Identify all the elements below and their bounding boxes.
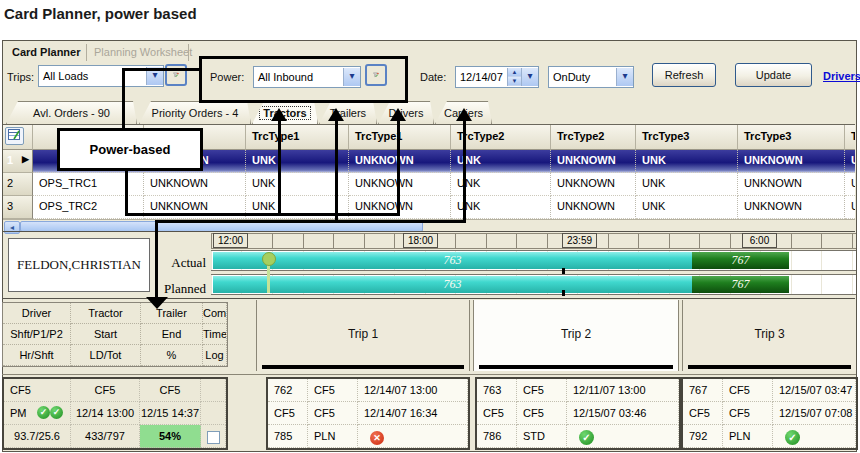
grid-col-header[interactable]: TrcType2 [451,125,551,150]
date-value: 12/14/07 [456,71,507,83]
trip-cell: 763 [477,379,517,402]
drivers-link[interactable]: Drivers [823,70,860,82]
tab-planning-worksheet[interactable]: Planning Worksheet [94,46,192,58]
driver-card-cell: 433/797 [71,425,140,448]
trip2-card[interactable]: 763 CF5 12/11/07 13:00 CF5 CF5 12/15/07 … [475,377,681,450]
grid-cell[interactable]: UNKNOWN [845,173,855,196]
grid-cell[interactable]: UNKNOWN [144,173,246,196]
scroll-left-icon[interactable]: ◂ [4,221,20,234]
duty-combobox[interactable]: OnDuty [548,66,634,88]
table-row[interactable]: 2 OPS_TRC1 UNKNOWN UNK UNKNOWN UNK UNKNO… [3,173,855,196]
grid-cell[interactable]: UNK [636,150,738,173]
gantt-bar-planned-next-trip[interactable]: 767 [692,276,789,293]
row-header[interactable]: 2 [3,173,33,196]
grid-cell[interactable]: UNKNOWN [845,150,855,173]
trip-cell: CF5 [517,379,567,402]
grid-cell[interactable]: UNK [451,150,551,173]
trip1-card[interactable]: 762 CF5 12/14/07 13:00 CF5 CF5 12/14/07 … [266,377,470,450]
section-divider [3,298,855,299]
grid-cell[interactable]: UNKNOWN [551,150,636,173]
chevron-down-icon[interactable] [616,68,633,86]
trip-cell: 12/11/07 13:00 [567,379,679,402]
gantt-bar-actual-trip[interactable]: 763 [213,252,692,269]
driver-name: FELDON,CHRISTIAN [17,257,141,273]
annotation-connector [122,68,199,71]
spin-up-icon[interactable]: ▲ [508,68,521,77]
trip-cell: 12/15/07 07:08 [773,402,856,425]
trip3-card[interactable]: 767 CF5 12/15/07 03:47 CF5 CF5 12/15/07 … [681,377,858,450]
update-button[interactable]: Update [735,63,812,87]
trips-combobox-value: All Loads [39,70,146,82]
trip-title: Trip 3 [683,327,856,341]
arrow-up-icon [456,108,472,121]
trip-underline [479,365,673,369]
grid-cell[interactable]: UNKNOWN [551,173,636,196]
log-checkbox[interactable] [207,431,220,444]
trip-cell: CF5 [723,379,773,402]
trip3-header[interactable]: Trip 3 [682,300,856,371]
grid-cell[interactable]: UNK [246,173,349,196]
trip-cell: 767 [683,379,723,402]
check-circle-icon [50,406,63,419]
annotation-label-box: Power-based [57,128,203,171]
trip-underline [262,365,464,369]
annotation-connector [397,120,400,216]
spin-down-icon[interactable]: ▼ [508,77,521,86]
trip-title: Trip 1 [257,327,469,341]
grid-col-header[interactable]: TrcType3 [636,125,738,150]
grid-cell[interactable]: UNKNOWN [738,173,845,196]
trip-cell: CF5 [683,402,723,425]
date-spinner[interactable]: 12/14/07 ▲ ▼ [455,66,539,88]
grid-cell[interactable]: UNKNOWN [845,196,855,219]
trip-status-cell [773,425,856,448]
driver-card[interactable]: CF5 CF5 CF5 PM 12/14 13:00 12/15 14:37 9… [2,377,228,450]
row-number: 1 [7,154,13,172]
chevron-down-icon[interactable] [521,68,538,86]
annotation-label: Power-based [90,142,171,157]
refresh-button[interactable]: Refresh [652,63,716,87]
grid-col-header[interactable]: TrcType1 [349,125,451,150]
trip-cell: 762 [268,379,308,402]
driver-card-cell: CF5 [4,379,71,402]
trip1-header[interactable]: Trip 1 [256,300,470,371]
tab-card-planner[interactable]: Card Planner [12,46,80,58]
annotation-connector [335,120,338,223]
tab-priority-orders[interactable]: Priority Orders - 4 [139,101,251,124]
gantt-bar-planned-trip[interactable]: 763 [213,276,692,293]
section-divider [2,374,856,375]
trip2-header[interactable]: Trip 2 [473,300,679,371]
grid-cell[interactable]: UNK [636,196,738,219]
trip-cell: 792 [683,425,723,448]
grid-col-header[interactable]: TrcType2 [551,125,636,150]
grid-cell[interactable]: UNK [451,173,551,196]
trip-status-cell [358,425,468,448]
tab-avl-orders[interactable]: Avl. Orders - 90 [6,101,137,124]
section-divider [3,231,855,232]
grid-cell[interactable]: UNKNOWN [738,196,845,219]
date-label: Date: [420,71,446,83]
driver-card-cell: 12/14 13:00 [71,402,140,425]
date-spin-buttons[interactable]: ▲ ▼ [507,68,521,86]
driver-card-cell [201,402,226,425]
trip-cell: CF5 [723,402,773,425]
grid-col-header[interactable]: TrcType3 [738,125,845,150]
grid-cell[interactable]: UNKNOWN [349,150,451,173]
grid-cell[interactable]: UNKNOWN [738,150,845,173]
grid-cell[interactable]: UNKNOWN [349,173,451,196]
gantt-bar-actual-next-trip[interactable]: 767 [692,252,789,269]
trip-cell: CF5 [477,402,517,425]
row-header[interactable]: 1▶ [3,150,33,173]
row-header[interactable]: 3 [3,196,33,219]
row-number: 3 [7,200,13,218]
grid-cell[interactable]: UNK [246,150,349,173]
time-pin-icon[interactable] [262,252,276,266]
grid-cell[interactable]: UNK [451,196,551,219]
x-circle-icon [370,431,384,445]
layout-grid-icon[interactable] [5,127,24,145]
grid-col-header[interactable]: TrcType1 [246,125,349,150]
annotation-power-rect [199,56,408,103]
grid-cell[interactable]: UNKNOWN [551,196,636,219]
grid-col-header[interactable]: TrcType4 [845,125,855,150]
grid-cell[interactable]: UNK [636,173,738,196]
legend-cell: Tractor [71,303,141,324]
